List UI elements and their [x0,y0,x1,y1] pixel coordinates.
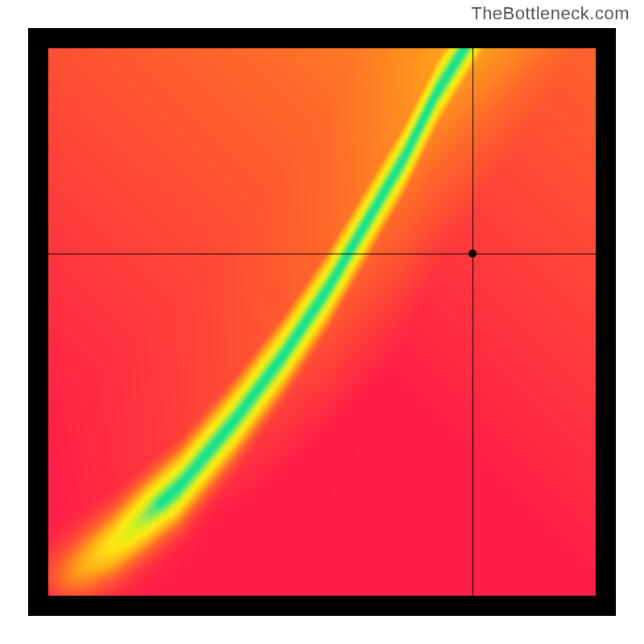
chart-frame [28,28,616,616]
heatmap-canvas [48,48,596,596]
chart-container: TheBottleneck.com [0,0,644,644]
watermark-label: TheBottleneck.com [471,3,630,24]
heatmap-plot[interactable] [48,48,596,596]
